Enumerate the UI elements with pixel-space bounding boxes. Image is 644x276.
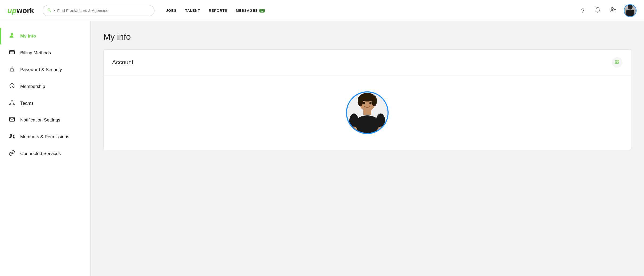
svg-point-27: [376, 113, 385, 131]
account-card: Account: [103, 49, 631, 150]
sidebar-item-teams[interactable]: Teams: [0, 95, 90, 112]
add-user-button[interactable]: [608, 5, 618, 16]
svg-rect-8: [10, 51, 14, 54]
bell-icon: [595, 7, 601, 14]
sidebar-label-notification-settings: Notification Settings: [20, 117, 60, 123]
messages-badge: 1: [259, 9, 265, 13]
search-input[interactable]: [57, 8, 150, 13]
notifications-button[interactable]: [593, 6, 602, 15]
sidebar-item-connected-services[interactable]: Connected Services: [0, 145, 90, 162]
logo-work: work: [17, 6, 34, 15]
org-chart-icon: [9, 100, 15, 107]
page-title: My info: [103, 32, 631, 42]
edit-account-button[interactable]: [612, 57, 622, 68]
search-icon: [47, 8, 51, 13]
svg-point-2: [611, 7, 613, 10]
svg-line-1: [50, 11, 51, 12]
person-icon: [9, 33, 15, 40]
svg-rect-13: [11, 100, 13, 101]
nav-jobs[interactable]: JOBS: [166, 9, 177, 13]
credit-card-icon: [9, 49, 15, 56]
sidebar: My Info Billing Methods Password & Secur…: [0, 21, 91, 276]
main-layout: My Info Billing Methods Password & Secur…: [0, 21, 644, 276]
svg-point-31: [358, 96, 363, 106]
svg-point-7: [11, 33, 13, 35]
svg-rect-10: [11, 53, 12, 53]
svg-point-21: [10, 134, 12, 136]
header-actions: ?: [578, 4, 637, 17]
svg-point-5: [628, 5, 633, 10]
sidebar-item-notification-settings[interactable]: Notification Settings: [0, 112, 90, 128]
sidebar-item-members-permissions[interactable]: Members & Permissions: [0, 128, 90, 145]
account-card-header: Account: [104, 50, 631, 75]
app-header: upwork ▾ JOBS TALENT REPORTS MESSAGES 1 …: [0, 0, 644, 21]
sidebar-label-password-security: Password & Security: [20, 67, 62, 72]
link-icon: [9, 150, 15, 157]
svg-rect-14: [10, 104, 11, 105]
svg-point-34: [369, 102, 372, 104]
help-button[interactable]: ?: [578, 6, 588, 15]
nav-messages[interactable]: MESSAGES: [236, 9, 258, 13]
svg-rect-6: [626, 10, 634, 16]
envelope-icon: [9, 116, 15, 124]
help-icon: ?: [581, 7, 584, 14]
sidebar-label-my-info: My Info: [20, 34, 36, 39]
user-avatar-button[interactable]: [624, 4, 637, 17]
logo-up: up: [7, 6, 17, 15]
sidebar-label-connected-services: Connected Services: [20, 151, 61, 156]
svg-point-22: [13, 135, 14, 136]
sidebar-item-password-security[interactable]: Password & Security: [0, 61, 90, 78]
sidebar-item-my-info[interactable]: My Info: [0, 28, 90, 44]
sidebar-item-membership[interactable]: Membership: [0, 78, 90, 95]
svg-rect-11: [10, 69, 14, 71]
logo[interactable]: upwork: [7, 6, 34, 15]
sidebar-item-billing-methods[interactable]: Billing Methods: [0, 44, 90, 61]
nav-messages-wrap: MESSAGES 1: [236, 9, 265, 13]
search-bar: ▾: [43, 5, 154, 16]
lock-icon: [9, 66, 15, 73]
sidebar-label-members-permissions: Members & Permissions: [20, 134, 69, 140]
sidebar-label-membership: Membership: [20, 84, 45, 89]
pencil-icon: [615, 60, 619, 65]
search-dropdown-icon[interactable]: ▾: [54, 9, 55, 12]
svg-point-29: [377, 127, 385, 133]
nav-talent[interactable]: TALENT: [185, 9, 200, 13]
account-section-title: Account: [112, 59, 133, 66]
main-nav: JOBS TALENT REPORTS MESSAGES 1: [166, 9, 265, 13]
group-icon: [9, 133, 15, 140]
clock-icon: [9, 83, 15, 90]
profile-avatar[interactable]: [346, 91, 389, 134]
svg-rect-24: [363, 109, 371, 115]
svg-rect-15: [13, 104, 14, 105]
nav-reports[interactable]: REPORTS: [209, 9, 227, 13]
avatar: [624, 5, 636, 17]
add-user-icon: [610, 7, 616, 15]
svg-point-32: [372, 96, 377, 106]
profile-photo-section: [104, 75, 631, 150]
main-content: My info Account: [91, 21, 644, 276]
svg-point-33: [363, 102, 365, 104]
sidebar-label-billing-methods: Billing Methods: [20, 50, 51, 56]
svg-point-28: [350, 127, 357, 133]
sidebar-label-teams: Teams: [20, 101, 34, 106]
